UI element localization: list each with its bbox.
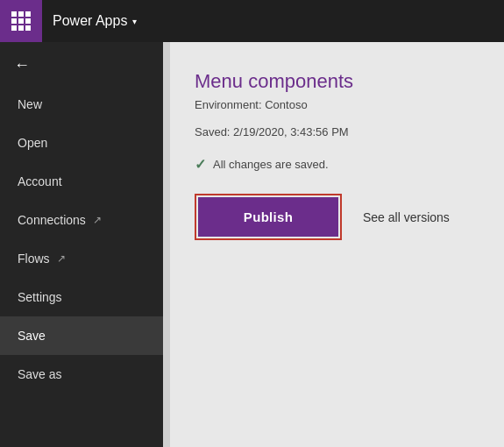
waffle-grid	[11, 11, 31, 31]
scroll-indicator	[163, 42, 170, 447]
app-title-text: Power Apps	[53, 13, 127, 29]
sidebar-item-flows[interactable]: Flows ↗	[0, 239, 163, 278]
external-link-icon-connections: ↗	[93, 214, 102, 226]
sidebar-item-connections-label: Connections	[18, 213, 86, 227]
actions-row: Publish See all versions	[195, 194, 479, 240]
app-name: Menu components	[195, 70, 479, 93]
back-button[interactable]: ←	[0, 46, 163, 85]
sidebar-item-open[interactable]: Open	[0, 124, 163, 162]
changes-saved-row: ✓ All changes are saved.	[195, 156, 479, 173]
main-inner: Menu components Environment: Contoso Sav…	[195, 70, 479, 240]
external-link-icon-flows: ↗	[57, 252, 66, 265]
app-title[interactable]: Power Apps ▾	[53, 13, 137, 29]
sidebar-item-save-as[interactable]: Save as	[0, 355, 163, 394]
sidebar-item-flows-label: Flows	[18, 252, 50, 266]
chevron-down-icon: ▾	[132, 17, 137, 26]
sidebar-item-connections[interactable]: Connections ↗	[0, 201, 163, 239]
top-bar: Power Apps ▾	[0, 0, 504, 42]
sidebar-item-settings-label: Settings	[18, 290, 62, 304]
sidebar-item-new[interactable]: New	[0, 85, 163, 124]
environment-label: Environment: Contoso	[195, 98, 479, 111]
publish-button[interactable]: Publish	[198, 197, 338, 237]
sidebar-item-settings[interactable]: Settings	[0, 278, 163, 316]
back-arrow-icon: ←	[14, 56, 30, 74]
sidebar-item-save-as-label: Save as	[18, 367, 62, 381]
sidebar-item-new-label: New	[18, 97, 42, 111]
waffle-icon[interactable]	[0, 0, 42, 42]
sidebar-item-open-label: Open	[18, 136, 47, 150]
check-icon: ✓	[195, 156, 206, 173]
sidebar-item-account-label: Account	[18, 174, 62, 188]
sidebar-item-save-label: Save	[18, 329, 46, 343]
sidebar: ← New Open Account Connections ↗ Flows ↗…	[0, 42, 163, 447]
sidebar-item-save[interactable]: Save	[0, 316, 163, 355]
changes-saved-text: All changes are saved.	[213, 158, 329, 171]
sidebar-item-account[interactable]: Account	[0, 162, 163, 201]
main-content: Menu components Environment: Contoso Sav…	[163, 42, 504, 447]
saved-time: Saved: 2/19/2020, 3:43:56 PM	[195, 125, 479, 138]
publish-button-wrapper: Publish	[195, 194, 342, 240]
see-all-versions-link[interactable]: See all versions	[363, 210, 450, 224]
